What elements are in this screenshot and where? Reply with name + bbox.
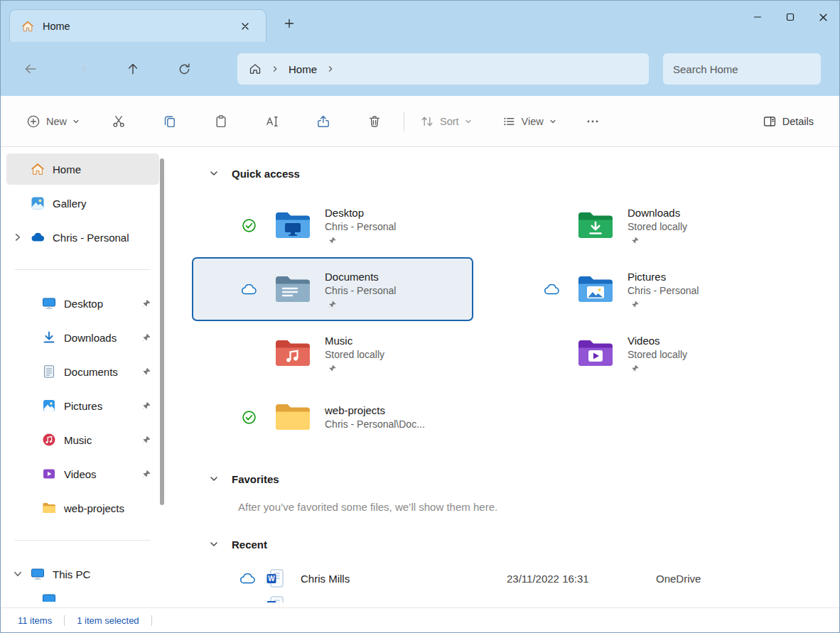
section-header-recent[interactable]: Recent xyxy=(192,534,839,555)
chevron-right-icon[interactable] xyxy=(11,232,25,242)
sidebar-item-downloads[interactable]: Downloads xyxy=(6,322,159,353)
sidebar-item-web-projects[interactable]: web-projects xyxy=(6,492,159,524)
up-arrow-icon xyxy=(126,62,140,76)
rename-button[interactable] xyxy=(256,106,289,137)
sort-button[interactable]: Sort xyxy=(413,106,479,137)
cut-button[interactable] xyxy=(102,106,135,137)
sidebar-divider xyxy=(15,540,151,541)
up-button[interactable] xyxy=(117,53,149,85)
copy-button[interactable] xyxy=(154,106,186,137)
refresh-button[interactable] xyxy=(168,53,200,85)
sidebar: HomeGalleryChris - PersonalDesktopDownlo… xyxy=(1,147,166,607)
chevron-right-icon[interactable] xyxy=(327,65,334,72)
chevron-down-icon[interactable] xyxy=(209,474,219,484)
chevron-down-icon[interactable] xyxy=(209,168,219,178)
quick-access-item-web-projects[interactable]: web-projectsChris - Personal\Doc... xyxy=(192,385,473,449)
view-button[interactable]: View xyxy=(495,106,564,137)
minimize-button[interactable] xyxy=(741,1,774,33)
sidebar-item-label: This PC xyxy=(53,568,90,580)
folder-plain-icon xyxy=(274,402,311,432)
sync-status-icon xyxy=(235,409,263,426)
sidebar-item-home[interactable]: Home xyxy=(6,153,159,185)
new-button-label: New xyxy=(46,116,67,127)
paste-icon xyxy=(214,114,228,129)
downloads-icon xyxy=(42,330,56,345)
quick-access-item-pictures[interactable]: PicturesChris - Personal xyxy=(495,257,776,321)
item-text: VideosStored locally xyxy=(628,335,687,372)
sidebar-scrollbar[interactable] xyxy=(160,158,164,505)
maximize-button[interactable] xyxy=(774,1,807,33)
quick-access-item-desktop[interactable]: DesktopChris - Personal xyxy=(192,193,473,257)
details-button[interactable]: Details xyxy=(755,106,821,137)
sidebar-item-partial xyxy=(42,593,58,602)
section-header-favorites[interactable]: Favorites xyxy=(192,468,839,489)
share-button[interactable] xyxy=(307,106,340,137)
new-button[interactable]: New xyxy=(19,106,87,137)
breadcrumb[interactable]: Home xyxy=(237,53,649,85)
section-header-quick-access[interactable]: Quick access xyxy=(192,163,839,184)
folder-music-icon xyxy=(274,338,311,368)
sidebar-item-label: Home xyxy=(53,163,81,175)
sidebar-item-label: Chris - Personal xyxy=(53,232,129,244)
chevron-right-icon[interactable] xyxy=(271,65,279,72)
sidebar-item-desktop[interactable]: Desktop xyxy=(6,288,159,319)
chevron-down-icon[interactable] xyxy=(209,539,219,549)
paste-button[interactable] xyxy=(205,106,237,137)
close-button[interactable] xyxy=(807,1,839,33)
recent-file-row[interactable]: W Chris Mills 23/11/2022 16:31 OneDrive xyxy=(192,563,839,594)
title-bar: Home xyxy=(1,1,839,42)
word-document-icon: W xyxy=(266,569,284,588)
pin-icon xyxy=(142,470,151,478)
chevron-down-icon xyxy=(549,118,556,125)
recent-file-row-partial: W xyxy=(266,596,284,602)
sidebar-item-chris-personal[interactable]: Chris - Personal xyxy=(6,222,159,253)
delete-button[interactable] xyxy=(358,106,391,137)
sidebar-item-videos[interactable]: Videos xyxy=(6,458,159,489)
pictures-icon xyxy=(42,399,56,413)
sidebar-item-pictures[interactable]: Pictures xyxy=(6,390,159,421)
cut-icon xyxy=(112,114,126,129)
item-subtitle: Chris - Personal xyxy=(628,285,699,296)
home-icon[interactable] xyxy=(249,63,262,75)
navigation-bar: Home xyxy=(1,42,839,96)
search-input[interactable] xyxy=(673,63,814,75)
tab-close-icon[interactable] xyxy=(236,17,254,36)
status-slot xyxy=(537,217,566,234)
folder-videos-icon xyxy=(577,338,614,368)
toolbar-divider xyxy=(404,112,404,131)
refresh-icon xyxy=(178,63,191,76)
forward-button[interactable] xyxy=(66,53,97,85)
chevron-down-icon xyxy=(465,118,472,125)
chevron-down-icon[interactable] xyxy=(11,569,25,579)
sidebar-item-label: web-projects xyxy=(64,502,124,514)
quick-access-item-music[interactable]: MusicStored locally xyxy=(192,321,473,385)
chevron-slot xyxy=(22,435,36,445)
status-slot xyxy=(537,345,566,362)
quick-access-grid: DesktopChris - PersonalDownloadsStored l… xyxy=(192,193,839,449)
item-subtitle: Chris - Personal xyxy=(325,221,396,232)
back-button[interactable] xyxy=(15,53,46,85)
plus-icon xyxy=(284,18,294,28)
sidebar-item-documents[interactable]: Documents xyxy=(6,356,159,387)
back-arrow-icon xyxy=(23,62,38,76)
sidebar-item-music[interactable]: Music xyxy=(6,424,159,455)
more-options-button[interactable] xyxy=(579,106,606,137)
folder-pictures-icon xyxy=(577,274,614,304)
search-box[interactable] xyxy=(663,53,821,85)
new-tab-button[interactable] xyxy=(276,12,302,35)
sidebar-item-gallery[interactable]: Gallery xyxy=(6,188,159,219)
quick-access-item-videos[interactable]: VideosStored locally xyxy=(495,321,776,385)
documents-icon xyxy=(42,364,56,379)
pin-icon xyxy=(142,367,151,376)
quick-access-item-downloads[interactable]: DownloadsStored locally xyxy=(495,193,776,257)
pin-icon xyxy=(328,301,336,308)
command-toolbar: New Sort View Details xyxy=(1,96,839,147)
breadcrumb-home[interactable]: Home xyxy=(289,63,317,75)
item-text: web-projectsChris - Personal\Doc... xyxy=(325,404,425,430)
tab-home[interactable]: Home xyxy=(9,9,266,42)
sidebar-item-this-pc[interactable]: This PC xyxy=(6,558,159,590)
item-subtitle: Stored locally xyxy=(628,221,687,232)
chevron-slot xyxy=(11,198,25,208)
item-name: Downloads xyxy=(628,207,687,219)
quick-access-item-documents[interactable]: DocumentsChris - Personal xyxy=(192,257,473,321)
